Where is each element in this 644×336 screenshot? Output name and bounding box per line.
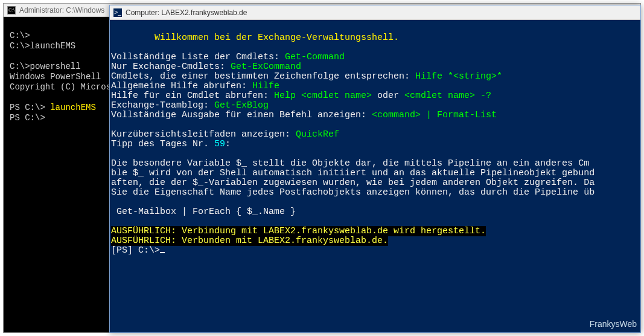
ps-tip-text: Die besondere Variable $_ stellt die Obj…	[111, 158, 589, 169]
ps-example: Get-Mailbox | ForEach { $_.Name }	[111, 207, 296, 217]
ps-window-title: Computer: LABEX2.frankysweblab.de	[126, 8, 247, 17]
ps-verbose-line: AUSFÜHRLICH: Verbunden mit LABEX2.franky…	[111, 236, 388, 246]
ps-terminal-output[interactable]: Willkommen bei der Exchange-Verwaltungss…	[110, 20, 640, 269]
ps-line: Allgemeine Hilfe abrufen:	[111, 81, 252, 91]
cmd-command: launchEMS	[50, 103, 96, 112]
ps-cmdlet: Help <cmdlet name>	[274, 91, 372, 101]
ps-tip-text: ble $_ wird von der Shell automatisch in…	[111, 168, 595, 178]
ps-cmdlet: Get-Command	[285, 52, 345, 62]
ps-titlebar[interactable]: >_ Computer: LABEX2.frankysweblab.de	[110, 5, 640, 20]
cursor-icon	[160, 252, 165, 253]
ps-tip-colon: :	[225, 139, 231, 149]
watermark-text: FrankysWeb	[590, 319, 637, 329]
ps-welcome-text: Willkommen bei der Exchange-Verwaltungss…	[111, 33, 399, 43]
ps-cmdlet: <cmdlet name> -?	[404, 91, 491, 101]
cmd-window-title: Administrator: C:\Windows	[19, 6, 104, 15]
ps-cmdlet: <command> | Format-List	[372, 110, 497, 120]
cmd-line: Windows PowerShell	[10, 72, 101, 82]
cmd-icon: C:\	[7, 6, 16, 15]
cmd-line: C:\>powershell	[10, 62, 81, 71]
ps-cmdlet: Get-ExBlog	[214, 100, 269, 111]
cmd-line: C:\>	[10, 31, 30, 40]
ps-cmdlet: Hilfe *<string>*	[415, 71, 502, 82]
ps-line: Cmdlets, die einer bestimmten Zeichenfol…	[111, 71, 415, 82]
powershell-window[interactable]: >_ Computer: LABEX2.frankysweblab.de Wil…	[109, 5, 641, 333]
ps-line: Nur Exchange-Cmdlets:	[111, 62, 231, 72]
ps-tip-label: Tipp des Tages Nr.	[111, 139, 214, 149]
cmd-prompt: PS C:\>	[10, 103, 50, 112]
cmd-line: Copyright (C) Microso	[10, 82, 116, 92]
ps-tip-number: 59	[214, 139, 225, 149]
cmd-prompt: PS C:\>	[10, 113, 45, 123]
ps-prompt: [PS] C:\>	[111, 245, 160, 256]
ps-line: Vollständige Ausgabe für einen Befehl an…	[111, 110, 372, 120]
ps-verbose-line: AUSFÜHRLICH: Verbindung mit LABEX2.frank…	[111, 226, 486, 236]
ps-line: Kurzübersichtsleitfaden anzeigen:	[111, 129, 296, 140]
powershell-icon: >_	[113, 8, 122, 17]
ps-line: Vollständige Liste der Cmdlets:	[111, 52, 285, 62]
ps-line: Exchange-Teamblog:	[111, 100, 214, 111]
ps-line: oder	[372, 91, 404, 101]
ps-cmdlet: Hilfe	[252, 81, 279, 91]
ps-line: Hilfe für ein Cmdlet abrufen:	[111, 91, 274, 101]
ps-tip-text: Sie die Eigenschaft Name jedes Postfacho…	[111, 187, 595, 198]
ps-cmdlet: QuickRef	[296, 129, 339, 140]
cmd-line: C:\>launchEMS	[10, 41, 75, 51]
ps-tip-text: aften, die der $_-Variablen zugewiesen w…	[111, 178, 595, 188]
ps-cmdlet: Get-ExCommand	[231, 62, 301, 72]
